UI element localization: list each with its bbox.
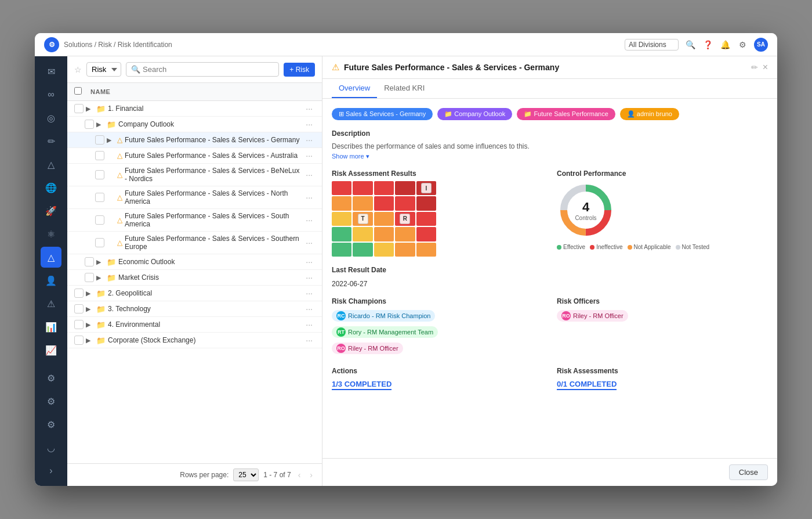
row-more-button[interactable]: ··· bbox=[303, 104, 315, 113]
help-icon[interactable]: ❓ bbox=[702, 39, 713, 51]
tree-row[interactable]: ▶△Future Sales Performance - Sales & Ser… bbox=[67, 232, 322, 254]
row-more-button[interactable]: ··· bbox=[303, 336, 315, 345]
row-checkbox[interactable] bbox=[85, 273, 94, 282]
row-checkbox[interactable] bbox=[74, 289, 84, 298]
tab-related-kri[interactable]: Related KRI bbox=[377, 79, 432, 98]
row-checkbox[interactable] bbox=[85, 257, 94, 266]
sidebar-item-rocket[interactable]: 🚀 bbox=[41, 200, 61, 221]
avatar[interactable]: SA bbox=[754, 38, 768, 52]
expand-chevron[interactable]: ▶ bbox=[96, 121, 104, 128]
tree-row[interactable]: ▶△Future Sales Performance - Sales & Ser… bbox=[67, 164, 322, 186]
sidebar-item-alert[interactable]: △ bbox=[41, 154, 61, 175]
row-checkbox[interactable] bbox=[95, 135, 104, 145]
prev-page-button[interactable]: ‹ bbox=[296, 469, 303, 481]
sidebar-item-gear1[interactable]: ⚙ bbox=[41, 367, 61, 388]
tree-row[interactable]: ▶📁Corporate (Stock Exchange)··· bbox=[67, 333, 322, 348]
tree-row[interactable]: ▶📁Market Crisis··· bbox=[67, 270, 322, 286]
close-button[interactable]: Close bbox=[729, 464, 768, 480]
sidebar-item-people[interactable]: 👤 bbox=[41, 270, 61, 291]
tree-row[interactable]: ▶📁1. Financial··· bbox=[67, 101, 322, 117]
search-input[interactable] bbox=[143, 65, 274, 74]
division-select[interactable]: All Divisions bbox=[625, 39, 679, 51]
star-button[interactable]: ☆ bbox=[74, 65, 82, 74]
sidebar-item-pencil[interactable]: ✏ bbox=[41, 131, 61, 152]
sidebar-item-gear3[interactable]: ⚙ bbox=[41, 414, 61, 435]
row-more-button[interactable]: ··· bbox=[303, 320, 315, 329]
row-checkbox[interactable] bbox=[95, 193, 104, 202]
sidebar-item-infinity[interactable]: ∞ bbox=[41, 84, 61, 105]
sidebar-item-chart2[interactable]: 📈 bbox=[41, 340, 61, 361]
expand-chevron[interactable]: ▶ bbox=[86, 290, 94, 297]
sidebar-item-chart1[interactable]: 📊 bbox=[41, 316, 61, 337]
row-more-button[interactable]: ··· bbox=[303, 289, 315, 298]
rows-per-page-select[interactable]: 25 bbox=[233, 468, 259, 481]
row-more-button[interactable]: ··· bbox=[303, 215, 315, 225]
champion-tag-rt[interactable]: RT Rory - RM Management Team bbox=[332, 326, 438, 338]
show-more-button[interactable]: Show more ▾ bbox=[332, 153, 768, 160]
row-more-button[interactable]: ··· bbox=[303, 170, 315, 179]
add-risk-button[interactable]: + Risk bbox=[284, 63, 315, 77]
tree-row[interactable]: ▶△Future Sales Performance - Sales & Ser… bbox=[67, 186, 322, 209]
champion-tag-rc[interactable]: RC Ricardo - RM Risk Champion bbox=[332, 310, 435, 322]
sidebar-item-nodes[interactable]: ⚛ bbox=[41, 224, 61, 244]
expand-chevron[interactable]: ▶ bbox=[107, 136, 115, 144]
next-page-button[interactable]: › bbox=[307, 469, 315, 481]
expand-chevron[interactable]: ▶ bbox=[86, 105, 94, 113]
sidebar-item-risk[interactable]: △ bbox=[41, 247, 61, 268]
row-checkbox[interactable] bbox=[95, 215, 104, 225]
search-icon[interactable]: 🔍 bbox=[684, 39, 696, 51]
row-more-button[interactable]: ··· bbox=[303, 257, 315, 266]
close-icon[interactable]: × bbox=[763, 62, 768, 73]
notifications-icon[interactable]: 🔔 bbox=[719, 39, 731, 51]
tree-row[interactable]: ▶📁4. Environmental··· bbox=[67, 317, 322, 333]
tab-overview[interactable]: Overview bbox=[332, 79, 377, 98]
tree-row[interactable]: ▶△Future Sales Performance - Sales & Ser… bbox=[67, 209, 322, 232]
row-checkbox[interactable] bbox=[74, 320, 84, 329]
row-checkbox[interactable] bbox=[85, 120, 94, 129]
sidebar-item-gear2[interactable]: ⚙ bbox=[41, 391, 61, 412]
tree-row[interactable]: ▶📁Company Outlook··· bbox=[67, 117, 322, 132]
select-all-checkbox[interactable] bbox=[74, 87, 82, 95]
row-more-button[interactable]: ··· bbox=[303, 273, 315, 282]
sidebar-item-mail[interactable]: ✉ bbox=[41, 61, 61, 82]
risk-assessments-value[interactable]: 0/1 COMPLETED bbox=[557, 380, 617, 390]
sidebar-item-globe[interactable]: 🌐 bbox=[41, 177, 61, 198]
row-checkbox[interactable] bbox=[95, 238, 104, 247]
row-more-button[interactable]: ··· bbox=[303, 193, 315, 202]
tag-company-outlook[interactable]: 📁 Company Outlook bbox=[437, 108, 512, 120]
row-more-button[interactable]: ··· bbox=[303, 304, 315, 313]
officer-tag-ro[interactable]: RO Riley - RM Officer bbox=[557, 310, 628, 322]
tree-row[interactable]: ▶△Future Sales Performance - Sales & Ser… bbox=[67, 148, 322, 164]
edit-icon[interactable]: ✏ bbox=[751, 63, 758, 72]
row-more-button[interactable]: ··· bbox=[303, 120, 315, 129]
row-more-button[interactable]: ··· bbox=[303, 135, 315, 145]
tag-sales-services[interactable]: ⊞ Sales & Services - Germany bbox=[332, 108, 433, 120]
champion-tag-ro[interactable]: RO Riley - RM Officer bbox=[332, 343, 403, 354]
row-checkbox[interactable] bbox=[95, 151, 104, 160]
detail-footer: Close bbox=[322, 458, 777, 486]
expand-chevron[interactable]: ▶ bbox=[86, 337, 94, 344]
tag-admin-bruno[interactable]: 👤 admin bruno bbox=[620, 108, 679, 120]
risk-filter-select[interactable]: Risk bbox=[86, 62, 121, 77]
expand-chevron[interactable]: ▶ bbox=[86, 321, 94, 329]
tree-row[interactable]: ▶📁2. Geopolitical··· bbox=[67, 286, 322, 301]
actions-value[interactable]: 1/3 COMPLETED bbox=[332, 380, 392, 390]
sidebar-item-target[interactable]: ◎ bbox=[41, 107, 61, 128]
expand-chevron[interactable]: ▶ bbox=[96, 258, 104, 266]
expand-chevron[interactable]: ▶ bbox=[96, 274, 104, 282]
row-checkbox[interactable] bbox=[95, 170, 104, 179]
settings-icon[interactable]: ⚙ bbox=[737, 39, 748, 51]
tree-row[interactable]: ▶📁3. Technology··· bbox=[67, 301, 322, 317]
row-more-button[interactable]: ··· bbox=[303, 238, 315, 247]
tag-future-sales[interactable]: 📁 Future Sales Performance bbox=[517, 108, 615, 120]
row-checkbox[interactable] bbox=[74, 336, 84, 345]
tree-row[interactable]: ▶📁Economic Outlook··· bbox=[67, 254, 322, 270]
tree-row[interactable]: ▶△Future Sales Performance - Sales & Ser… bbox=[67, 132, 322, 148]
row-checkbox[interactable] bbox=[74, 304, 84, 313]
sidebar-item-arc[interactable]: ◡ bbox=[41, 437, 61, 458]
sidebar-item-chevron-right[interactable]: › bbox=[41, 460, 61, 481]
expand-chevron[interactable]: ▶ bbox=[86, 305, 94, 313]
row-checkbox[interactable] bbox=[74, 104, 84, 113]
row-more-button[interactable]: ··· bbox=[303, 151, 315, 160]
sidebar-item-warning[interactable]: ⚠ bbox=[41, 293, 61, 314]
